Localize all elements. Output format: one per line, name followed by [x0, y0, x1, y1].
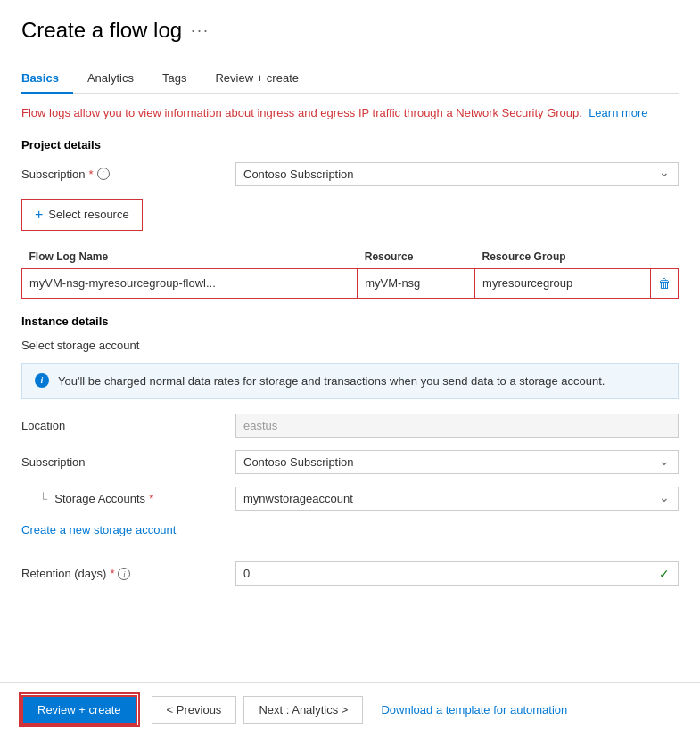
storage-required-marker: *: [149, 492, 153, 505]
page-title: Create a flow log: [21, 18, 182, 43]
plus-icon: +: [35, 207, 43, 223]
ellipsis-menu-button[interactable]: ···: [191, 21, 210, 40]
retention-check-icon: ✓: [659, 567, 670, 581]
cell-flow-log-name: myVM-nsg-myresourcegroup-flowl...: [22, 268, 358, 298]
cell-delete[interactable]: 🗑: [651, 268, 679, 298]
tab-review-create[interactable]: Review + create: [201, 64, 313, 94]
instance-subscription-label: Subscription: [21, 455, 235, 469]
subscription-dropdown-wrapper: Contoso Subscription: [235, 162, 679, 186]
retention-input[interactable]: [235, 561, 679, 586]
delete-row-icon[interactable]: 🗑: [658, 276, 671, 291]
next-analytics-button[interactable]: Next : Analytics >: [243, 696, 363, 724]
instance-details-header: Instance details: [21, 315, 679, 328]
tab-analytics[interactable]: Analytics: [73, 64, 148, 94]
learn-more-link[interactable]: Learn more: [589, 106, 647, 119]
retention-required-marker: *: [110, 567, 114, 580]
select-resource-label: Select resource: [48, 208, 128, 221]
create-storage-account-link[interactable]: Create a new storage account: [21, 523, 176, 536]
retention-input-wrapper: ✓: [235, 561, 679, 586]
tab-tags[interactable]: Tags: [148, 64, 201, 94]
table-row: myVM-nsg-myresourcegroup-flowl... myVM-n…: [22, 268, 679, 298]
footer: Review + create < Previous Next : Analyt…: [0, 682, 700, 737]
tabs-nav: Basics Analytics Tags Review + create: [21, 64, 679, 94]
previous-button[interactable]: < Previous: [152, 696, 237, 724]
select-storage-account-label: Select storage account: [21, 339, 679, 352]
project-details-header: Project details: [21, 138, 679, 151]
storage-accounts-label: Storage Accounts *: [21, 492, 235, 505]
tab-basics[interactable]: Basics: [21, 64, 73, 94]
subscription-info-icon[interactable]: i: [97, 168, 110, 180]
required-marker: *: [89, 168, 94, 181]
col-header-flow-log-name: Flow Log Name: [22, 245, 358, 269]
cell-resource: myVM-nsg: [358, 268, 475, 298]
location-input: [235, 414, 679, 438]
storage-accounts-dropdown-wrapper: mynwstorageaccount: [235, 487, 679, 511]
instance-subscription-dropdown-wrapper: Contoso Subscription: [235, 450, 679, 474]
storage-accounts-dropdown[interactable]: mynwstorageaccount: [235, 487, 679, 511]
subscription-dropdown[interactable]: Contoso Subscription: [235, 162, 679, 186]
download-template-link[interactable]: Download a template for automation: [381, 703, 567, 717]
subscription-row: Subscription * i Contoso Subscription: [21, 162, 679, 186]
subscription-label: Subscription * i: [21, 168, 235, 181]
storage-info-text: You'll be charged normal data rates for …: [58, 373, 605, 390]
select-resource-button[interactable]: + Select resource: [21, 199, 143, 231]
location-label: Location: [21, 419, 235, 432]
info-banner-text: Flow logs allow you to view information …: [21, 106, 582, 119]
col-header-resource-group: Resource Group: [475, 245, 651, 269]
info-circle-icon: i: [35, 373, 49, 388]
col-header-resource: Resource: [358, 245, 475, 269]
location-input-wrapper: [235, 414, 679, 438]
review-create-button[interactable]: Review + create: [21, 695, 137, 725]
resource-table: Flow Log Name Resource Resource Group my…: [21, 245, 679, 299]
instance-subscription-dropdown[interactable]: Contoso Subscription: [235, 450, 679, 474]
cell-resource-group: myresourcegroup: [475, 268, 651, 298]
retention-label: Retention (days) * i: [21, 567, 235, 580]
storage-accounts-row: Storage Accounts * mynwstorageaccount: [21, 487, 679, 511]
location-row: Location: [21, 414, 679, 438]
retention-info-icon[interactable]: i: [118, 568, 130, 580]
storage-info-box: i You'll be charged normal data rates fo…: [21, 363, 679, 400]
instance-subscription-row: Subscription Contoso Subscription: [21, 450, 679, 474]
info-banner: Flow logs allow you to view information …: [21, 104, 679, 122]
retention-row: Retention (days) * i ✓: [21, 561, 679, 586]
